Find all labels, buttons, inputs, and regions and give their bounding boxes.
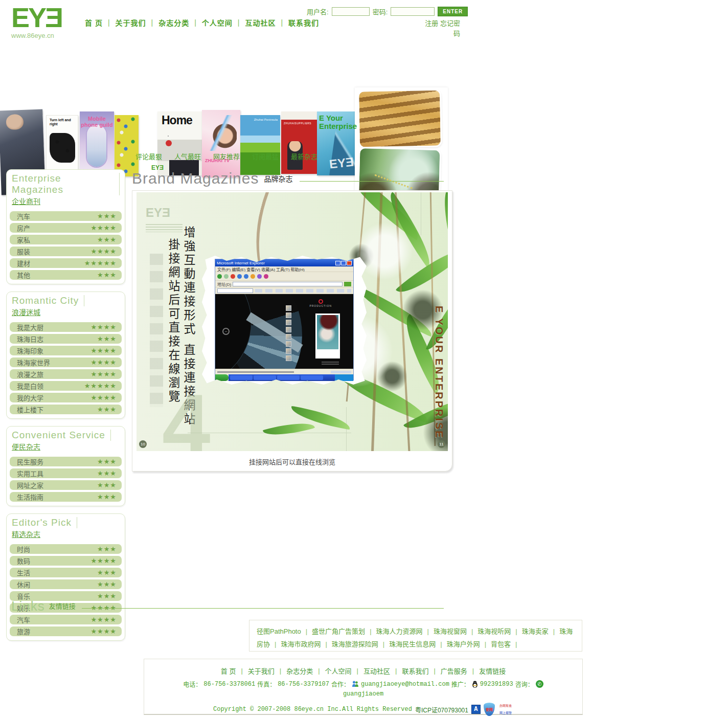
category-item[interactable]: 民生服务★★★ — [10, 457, 122, 466]
ranking-tab-2[interactable]: 人气最旺 — [174, 151, 201, 161]
section-title-cn[interactable]: 浪漫迷城 — [12, 307, 120, 317]
friend-link-2[interactable]: 盛世广角广告策划 — [312, 628, 365, 635]
fax-number: 86-756-3379107 — [278, 681, 329, 688]
header-nav-item-4[interactable]: 个人空间 — [202, 17, 233, 28]
category-item[interactable]: 我的大学★★★★ — [10, 393, 122, 402]
category-item[interactable]: 其他★★★ — [10, 270, 122, 280]
flash-thumbnail — [286, 355, 291, 361]
footer-nav-item-3[interactable]: 杂志分类 — [286, 666, 313, 676]
separator: | — [108, 18, 110, 27]
register-link[interactable]: 注册 — [425, 19, 438, 27]
cooperation-email[interactable]: guangjiaoeye@hotmail.com — [361, 681, 449, 688]
magazine-spread-image[interactable]: EYƎ 增強互動連接形式 直接連接網站 掛接網站后可直接在線瀏覽 4 Micro… — [136, 192, 448, 451]
category-item[interactable]: 数码★★★★ — [10, 556, 122, 566]
magazine-cover-mobile[interactable]: Mobile phone guild — [80, 111, 114, 172]
category-item[interactable]: 汽车★★★ — [10, 211, 122, 221]
magazine-cover-eyou[interactable]: E Your EnterpriseEYƎ — [317, 111, 358, 175]
ranking-tab-5[interactable]: 最新杂志 — [291, 151, 317, 161]
category-item[interactable]: 生活★★★ — [10, 568, 122, 577]
friend-link-3[interactable]: 珠海人力资源网 — [376, 628, 423, 635]
icp-license[interactable]: 粤ICP证070793001 — [415, 705, 468, 714]
category-item[interactable]: 房产★★★★ — [10, 223, 122, 233]
username-label: 用户名: — [307, 7, 329, 16]
star-rating: ★★★★ — [90, 394, 117, 401]
magazine-cover-turnleft[interactable]: Turn left and right — [46, 115, 78, 173]
magazine-cover-ztv[interactable]: ZHUHAI TV — [202, 110, 240, 177]
footer-nav-item-6[interactable]: 联系我们 — [402, 666, 428, 676]
friend-link-11[interactable]: 珠海户外网 — [447, 640, 480, 648]
icp-badge[interactable]: A — [471, 705, 481, 714]
category-item[interactable]: 实用工具★★★ — [10, 468, 122, 478]
enter-button[interactable]: ENTER — [438, 7, 468, 16]
category-item[interactable]: 建材★★★★★ — [10, 258, 122, 268]
category-item[interactable]: 生活指南★★★ — [10, 492, 122, 502]
category-label: 休闲 — [17, 579, 30, 589]
cover-title: ZHUHAISUPPLIERS — [284, 122, 311, 125]
section-title-cn[interactable]: 企业商刊 — [12, 196, 120, 206]
maximize-icon — [341, 261, 346, 265]
forgot-password-link[interactable]: 忘记密码 — [440, 19, 460, 37]
footer-nav-item-1[interactable]: 首 页 — [221, 666, 236, 676]
ranking-tab-1[interactable]: 评论最狠 — [135, 151, 162, 161]
magazine-cover-home[interactable]: Home — [157, 111, 202, 175]
category-item[interactable]: 我是白领★★★★★ — [10, 381, 122, 391]
friend-link-9[interactable]: 珠海旅游探险网 — [332, 640, 378, 648]
header-nav-item-5[interactable]: 互动社区 — [245, 17, 276, 28]
site-logo[interactable]: EYƎ www.86eye.cn — [11, 4, 62, 39]
friend-link-5[interactable]: 珠海视听网 — [477, 628, 511, 635]
promotion-qq-number[interactable]: 992391893 — [480, 681, 513, 688]
links-title-en: Links — [11, 599, 45, 613]
category-item[interactable]: 珠海日志★★★ — [10, 334, 122, 344]
category-item[interactable]: 楼上楼下★★★ — [10, 405, 122, 414]
grid-line — [421, 192, 421, 235]
flash-thumbnail — [286, 348, 291, 354]
category-item[interactable]: 汽车★★★★ — [10, 615, 122, 624]
category-item[interactable]: 我是大厨★★★★ — [10, 322, 122, 332]
ranking-tab-4[interactable]: 订阅最猛 — [252, 151, 279, 161]
category-item[interactable]: 旅游★★★★ — [10, 626, 122, 636]
footer-nav-item-5[interactable]: 互动社区 — [363, 666, 390, 676]
separator: | — [318, 667, 320, 675]
footer-nav-item-2[interactable]: 关于我们 — [248, 666, 275, 676]
phone-call-icon[interactable]: ✆ — [536, 680, 543, 688]
header-nav-item-2[interactable]: 关于我们 — [116, 17, 146, 28]
category-item[interactable]: 珠海印象★★★★ — [10, 346, 122, 355]
footer-nav-item-8[interactable]: 友情链接 — [479, 666, 506, 676]
category-item[interactable]: 服装★★★★ — [10, 247, 122, 256]
section-title-cn[interactable]: 便民杂志 — [12, 441, 120, 452]
header-nav-item-1[interactable]: 首 页 — [85, 17, 103, 28]
category-item[interactable]: 浪漫之旅★★★★ — [10, 369, 122, 379]
category-item[interactable]: 时尚★★★ — [10, 544, 122, 554]
logo-text: EYƎ — [11, 4, 62, 31]
section-title-cn[interactable]: 精选杂志 — [12, 529, 120, 539]
status-zone — [331, 371, 351, 373]
header-nav-item-3[interactable]: 杂志分类 — [158, 17, 189, 28]
friend-link-6[interactable]: 珠海卖家 — [522, 628, 549, 635]
category-item[interactable]: 珠海家世界★★★★ — [10, 357, 122, 367]
footer-nav-item-7[interactable]: 广告服务 — [441, 666, 467, 676]
category-item[interactable]: 网址之家★★★ — [10, 480, 122, 490]
cover-title: E Your Enterprise — [319, 114, 356, 130]
magazine-cover-red[interactable]: ZHUHAISUPPLIERS — [281, 111, 318, 174]
friend-link-8[interactable]: 珠海市政府网 — [281, 640, 321, 648]
header-nav-item-6[interactable]: 联系我们 — [288, 17, 319, 28]
light-haze — [356, 223, 413, 279]
category-item[interactable]: 家私★★★ — [10, 235, 122, 244]
category-label: 汽车 — [17, 211, 30, 221]
friend-link-1[interactable]: 径图PathPhoto — [257, 628, 301, 635]
category-item[interactable]: 休闲★★★ — [10, 579, 122, 589]
security-shield-badge[interactable]: 安网 — [484, 703, 495, 716]
magazine-cover-pattern[interactable] — [115, 115, 139, 176]
police-badge[interactable]: 办网有责 网上报警 — [498, 702, 513, 717]
friend-link-12[interactable]: 背包客 — [491, 640, 511, 648]
magazine-cover-peninsula[interactable]: Zhuhai Peninsula — [240, 115, 280, 175]
maze-photo[interactable] — [359, 91, 441, 147]
cover-title: ZHUHAI TV — [205, 158, 230, 163]
username-input[interactable] — [332, 7, 370, 16]
footer-nav-item-4[interactable]: 个人空间 — [325, 666, 352, 676]
password-input[interactable] — [391, 7, 435, 16]
status-text-placeholder — [217, 371, 294, 373]
refresh-icon — [237, 274, 242, 279]
friend-link-4[interactable]: 珠海视窗网 — [434, 628, 467, 635]
friend-link-10[interactable]: 珠海民生信息网 — [389, 640, 436, 648]
